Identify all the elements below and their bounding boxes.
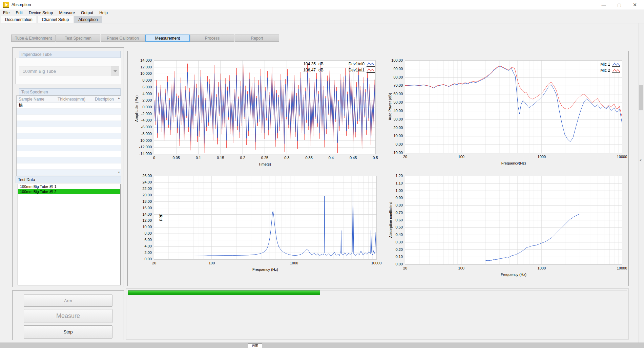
x-tick-label: 0.5 <box>365 156 386 160</box>
table-row[interactable] <box>17 133 121 139</box>
legend-label: Mic 1 <box>591 62 610 67</box>
x-tick-label: 1000 <box>532 266 552 270</box>
x-tick-label: 100 <box>451 155 472 159</box>
x-tick-label: 0.35 <box>299 156 319 160</box>
x-tick-label: 20 <box>144 261 164 265</box>
y-tick-label: 8.00 <box>129 231 152 235</box>
column-sample-name[interactable]: Sample Name <box>17 97 56 102</box>
table-row[interactable] <box>17 151 121 157</box>
impedance-tube-dropdown[interactable]: 100mm Big Tube <box>19 66 119 76</box>
y-tick-label: 22.00 <box>129 187 152 191</box>
y-tick-label: 80.00 <box>380 75 403 79</box>
legend-label: Dev1/ai0 <box>324 62 365 66</box>
menu-measure[interactable]: Measure <box>56 10 78 16</box>
tab-documentation[interactable]: Documentation <box>1 16 37 23</box>
table-row[interactable] <box>17 139 121 145</box>
table-row[interactable] <box>17 164 121 170</box>
legend-label: Dev1/ai1 <box>324 68 365 72</box>
menu-output[interactable]: Output <box>78 10 96 16</box>
tr-plot-svg <box>405 61 622 153</box>
table-row[interactable] <box>17 170 121 176</box>
y-tick-label: -10.000 <box>129 138 152 143</box>
x-tick-label: 10000 <box>612 155 632 159</box>
test-specimen-table-header: Sample Name Thickness(mm) Discription <box>17 96 121 103</box>
taskbar-app-button[interactable]: 画图 <box>248 343 262 348</box>
tl-x-axis-label: Time(s) <box>238 162 292 166</box>
collapse-left-icon[interactable]: < <box>640 158 642 162</box>
stop-button[interactable]: Stop <box>24 325 112 339</box>
impedance-tube-header: Impendace Tube <box>19 51 121 58</box>
menu-file[interactable]: File <box>0 10 13 16</box>
y-tick-label: 6.00 <box>129 238 152 242</box>
y-tick-label: -12.000 <box>129 145 152 149</box>
y-tick-label: -6.000 <box>129 125 152 129</box>
main-tab-bar: Documentation Channel Setup Absorption <box>0 16 644 23</box>
y-tick-label: -10.00 <box>380 151 403 155</box>
br-y-axis-label: Absorption coefficient <box>389 195 393 245</box>
table-row[interactable] <box>17 157 121 164</box>
scroll-down-icon[interactable]: ▼ <box>118 171 120 174</box>
chevron-down-icon[interactable] <box>111 66 119 76</box>
y-tick-label: -8.000 <box>129 132 152 136</box>
y-tick-label: 18.00 <box>129 199 152 203</box>
minimize-button[interactable]: — <box>596 0 611 9</box>
x-tick-label: 0.4 <box>321 156 341 160</box>
y-tick-label: 14.000 <box>129 58 152 62</box>
measure-button[interactable]: Measure <box>24 309 112 323</box>
x-tick-label: 1000 <box>284 261 304 265</box>
test-data-header: Test Data <box>16 176 121 183</box>
menu-edit[interactable]: Edit <box>13 10 26 16</box>
plot-legend-icon[interactable] <box>367 61 375 67</box>
test-data-list: 100mm Big Tube-棉-1100mm Big Tube-棉-2 <box>18 184 121 285</box>
table-row[interactable] <box>17 145 121 151</box>
tab-channel-setup[interactable]: Channel Setup <box>38 16 73 23</box>
plot-legend-icon[interactable] <box>612 62 620 67</box>
tab-absorption[interactable]: Absorption <box>74 16 102 23</box>
y-tick-label: 1.00 <box>380 189 403 193</box>
table-row[interactable] <box>17 115 121 121</box>
x-tick-label: 0.15 <box>210 156 231 160</box>
y-tick-label: 12.00 <box>129 218 152 222</box>
table-row[interactable] <box>17 109 121 115</box>
scrollbar-thumb[interactable] <box>639 85 643 110</box>
table-row[interactable] <box>17 127 121 133</box>
tr-y-axis-label: Auto Power (dB) <box>388 81 392 132</box>
plot-legend-icon[interactable] <box>367 67 375 73</box>
column-discription[interactable]: Discription <box>93 97 121 102</box>
level-value: 104.35 <box>298 62 316 66</box>
menu-device-setup[interactable]: Device Setup <box>26 10 56 16</box>
subtab-test-specimen[interactable]: Test Specimen <box>56 35 100 42</box>
test-data-item[interactable]: 100mm Big Tube-棉-1 <box>18 184 120 189</box>
menu-help[interactable]: Help <box>96 10 111 16</box>
scroll-up-icon[interactable]: ▲ <box>118 96 120 100</box>
table-row[interactable]: 棉 <box>17 103 121 109</box>
br-x-axis-label: Frequency (Hz) <box>486 273 541 277</box>
x-tick-label: 0.2 <box>232 156 253 160</box>
legend-row: Mic 1 <box>591 62 620 67</box>
impedance-tube-value: 100mm Big Tube <box>19 69 111 74</box>
subtab-report[interactable]: Report <box>235 35 279 42</box>
y-tick-label: -4.000 <box>129 118 152 122</box>
close-button[interactable]: ✕ <box>627 0 643 9</box>
window-title: Absorption <box>12 2 31 7</box>
x-tick-label: 0.45 <box>343 156 363 160</box>
y-tick-label: 16.00 <box>129 206 152 210</box>
column-thickness[interactable]: Thickness(mm) <box>56 97 93 102</box>
right-scrollbar[interactable] <box>639 23 644 343</box>
table-row[interactable] <box>17 121 121 127</box>
subtab-measurement[interactable]: Measurement <box>145 35 190 42</box>
y-tick-label: 0.10 <box>380 255 403 259</box>
subtab-process[interactable]: Process <box>190 35 234 42</box>
arm-button[interactable]: Arm <box>24 295 112 307</box>
subtab-tube-environment[interactable]: Tube & Environment <box>11 35 56 42</box>
x-tick-label: 0.05 <box>166 156 186 160</box>
level-readout-row: 106.47 dB Dev1/ai1 <box>298 67 375 73</box>
plot-legend-icon[interactable] <box>612 68 620 73</box>
subtab-phase-calibration[interactable]: Phase Calibration <box>101 35 145 42</box>
menu-bar: File Edit Device Setup Measure Output He… <box>0 9 644 16</box>
bl-x-axis-label: Frequency (Hz) <box>238 267 292 271</box>
maximize-button[interactable]: ▢ <box>611 0 627 9</box>
test-data-item[interactable]: 100mm Big Tube-棉-2 <box>18 189 120 194</box>
x-tick-label: 20 <box>395 155 415 159</box>
bl-y-axis-label: FRF <box>159 192 163 243</box>
